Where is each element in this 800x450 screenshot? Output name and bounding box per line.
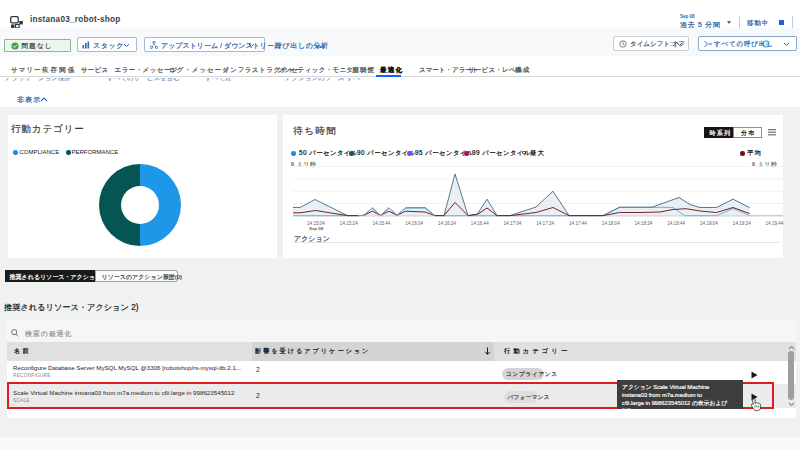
svg-text:i: i xyxy=(765,41,766,47)
